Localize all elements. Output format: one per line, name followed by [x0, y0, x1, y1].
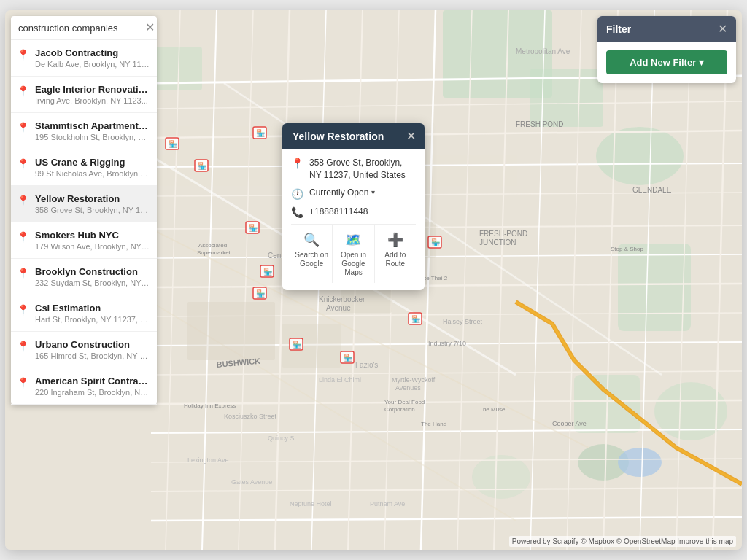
svg-text:Quincy St: Quincy St [268, 435, 297, 442]
svg-text:🏪: 🏪 [198, 161, 207, 171]
search-clear-button[interactable]: ✕ [145, 22, 155, 34]
svg-text:Neptune Hotel: Neptune Hotel [290, 500, 332, 508]
filter-body: Add New Filter ▾ [597, 42, 736, 83]
popup-open-maps-button[interactable]: 🗺️ Open inGoogle Maps [333, 225, 374, 283]
svg-rect-47 [187, 302, 275, 360]
popup-add-route-button[interactable]: ➕ Add toRoute [375, 225, 416, 283]
company-name: Yellow Restoration [35, 193, 150, 204]
app-container: BUSHWICK Knickerbocker Avenue Central Av… [5, 10, 742, 550]
company-address: 232 Suydam St, Brooklyn, NY 11... [35, 279, 150, 287]
popup-address: 358 Grove St, Brooklyn, NY 11237, United… [309, 157, 416, 182]
open-maps-icon: 🗺️ [345, 232, 361, 248]
svg-point-7 [472, 455, 530, 499]
svg-text:Linda El Chimi: Linda El Chimi [319, 376, 361, 384]
company-name: Jacob Contracting [35, 47, 150, 58]
popup-add-route-label: Add toRoute [384, 251, 406, 268]
company-address: 179 Wilson Ave, Brooklyn, NY 11... [35, 242, 150, 251]
company-name: Stammtisch Apartments H... [35, 120, 150, 131]
popup-location-icon: 📍 [291, 158, 303, 169]
company-name: American Spirit Contracting [35, 376, 150, 386]
list-item[interactable]: 📍 US Crane & Rigging 99 St Nicholas Ave,… [11, 149, 157, 186]
popup-address-row: 📍 358 Grove St, Brooklyn, NY 11237, Unit… [291, 157, 416, 182]
company-address: 165 Himrod St, Brooklyn, NY 112... [35, 351, 150, 360]
filter-panel: Filter ✕ Add New Filter ▾ [597, 16, 736, 83]
svg-text:Metropolitan Ave: Metropolitan Ave [516, 47, 570, 55]
svg-text:Industry 7/10: Industry 7/10 [428, 340, 466, 347]
pin-icon: 📍 [17, 268, 29, 279]
popup-phone-icon: 📞 [291, 206, 303, 218]
popup-status-chevron[interactable]: ▾ [371, 188, 375, 196]
company-name: Smokers Hub NYC [35, 230, 150, 241]
svg-text:Corporation: Corporation [384, 406, 415, 413]
company-address: De Kalb Ave, Brooklyn, NY 1123... [35, 60, 150, 69]
pin-icon: 📍 [17, 341, 29, 352]
company-address: Hart St, Brooklyn, NY 11237, Uni... [35, 315, 150, 324]
svg-text:Avenue: Avenue [326, 304, 351, 312]
svg-text:Supermarket: Supermarket [197, 249, 231, 256]
svg-text:FRESH POND: FRESH POND [516, 120, 564, 128]
search-input[interactable] [18, 23, 141, 34]
add-route-icon: ➕ [387, 232, 403, 248]
map-attribution: Powered by Scrapify © Mapbox © OpenStree… [509, 536, 736, 547]
list-item[interactable]: 📍 Yellow Restoration 358 Grove St, Brook… [11, 186, 157, 222]
company-name: Csi Estimation [35, 303, 150, 314]
list-item[interactable]: 📍 Urbano Construction 165 Himrod St, Bro… [11, 332, 157, 368]
company-popup: Yellow Restoration ✕ 📍 358 Grove St, Bro… [282, 123, 425, 290]
popup-status: Currently Open [309, 187, 368, 198]
list-item[interactable]: 📍 Eagle Interior Renovation Irving Ave, … [11, 77, 157, 113]
svg-text:🏪: 🏪 [249, 223, 258, 233]
svg-text:🏪: 🏪 [169, 139, 178, 149]
sidebar: ✕ 📍 Jacob Contracting De Kalb Ave, Brook… [11, 16, 157, 405]
popup-open-maps-label: Open inGoogle Maps [336, 251, 371, 277]
svg-text:Associated: Associated [198, 242, 227, 249]
company-address: Irving Ave, Brooklyn, NY 1123... [35, 96, 150, 105]
company-name: Brooklyn Construction [35, 266, 150, 277]
list-item[interactable]: 📍 Smokers Hub NYC 179 Wilson Ave, Brookl… [11, 222, 157, 259]
company-name: US Crane & Rigging [35, 157, 150, 168]
svg-text:🏪: 🏪 [293, 340, 302, 349]
search-bar: ✕ [11, 16, 157, 40]
svg-text:Kosciuszko Street: Kosciuszko Street [224, 413, 277, 420]
svg-text:Myrtle-Wyckoff: Myrtle-Wyckoff [392, 376, 436, 384]
popup-search-google-button[interactable]: 🔍 Search onGoogle [291, 225, 333, 283]
company-address: 220 Ingraham St, Brooklyn, NY 1... [35, 388, 150, 397]
add-filter-button[interactable]: Add New Filter ▾ [606, 50, 727, 74]
company-address: 99 St Nicholas Ave, Brooklyn, N... [35, 169, 150, 178]
svg-text:🏪: 🏪 [431, 238, 441, 247]
filter-close-button[interactable]: ✕ [718, 22, 727, 36]
list-item[interactable]: 📍 Csi Estimation Hart St, Brooklyn, NY 1… [11, 295, 157, 332]
popup-phone-row: 📞 +18888111448 [291, 206, 416, 218]
company-list: 📍 Jacob Contracting De Kalb Ave, Brookly… [11, 40, 157, 405]
popup-close-button[interactable]: ✕ [406, 131, 416, 142]
pin-icon: 📍 [17, 195, 29, 206]
svg-rect-4 [618, 244, 691, 331]
popup-header: Yellow Restoration ✕ [282, 123, 425, 149]
svg-text:JUNCTION: JUNCTION [479, 238, 516, 246]
list-item[interactable]: 📍 American Spirit Contracting 220 Ingrah… [11, 368, 157, 405]
company-name: Urbano Construction [35, 339, 150, 350]
svg-text:Avenues: Avenues [395, 384, 421, 392]
pin-icon: 📍 [17, 85, 29, 97]
svg-text:Knickerbocker: Knickerbocker [319, 295, 365, 303]
svg-text:FRESH-POND: FRESH-POND [479, 230, 527, 238]
svg-text:Gates Avenue: Gates Avenue [231, 478, 272, 486]
svg-text:The Hand: The Hand [421, 421, 446, 427]
svg-text:Lexington Ave: Lexington Ave [187, 456, 228, 464]
svg-text:The Muse: The Muse [479, 406, 506, 413]
svg-text:Putnam Ave: Putnam Ave [370, 500, 405, 508]
company-address: 358 Grove St, Brooklyn, NY 1123... [35, 206, 150, 214]
company-name: Eagle Interior Renovation [35, 84, 150, 95]
svg-text:🏪: 🏪 [411, 314, 421, 324]
list-item[interactable]: 📍 Stammtisch Apartments H... 195 Stockho… [11, 113, 157, 149]
svg-text:GLENDALE: GLENDALE [632, 186, 672, 194]
list-item[interactable]: 📍 Jacob Contracting De Kalb Ave, Brookly… [11, 40, 157, 77]
popup-body: 📍 358 Grove St, Brooklyn, NY 11237, Unit… [282, 149, 425, 290]
list-item[interactable]: 📍 Brooklyn Construction 232 Suydam St, B… [11, 259, 157, 295]
popup-actions: 🔍 Search onGoogle 🗺️ Open inGoogle Maps … [291, 224, 416, 283]
svg-text:🏪: 🏪 [263, 267, 273, 276]
popup-title: Yellow Restoration [293, 131, 384, 142]
filter-header: Filter ✕ [597, 16, 736, 42]
popup-phone: +18888111448 [309, 206, 368, 218]
svg-point-3 [596, 127, 684, 185]
popup-search-google-label: Search onGoogle [295, 251, 328, 268]
